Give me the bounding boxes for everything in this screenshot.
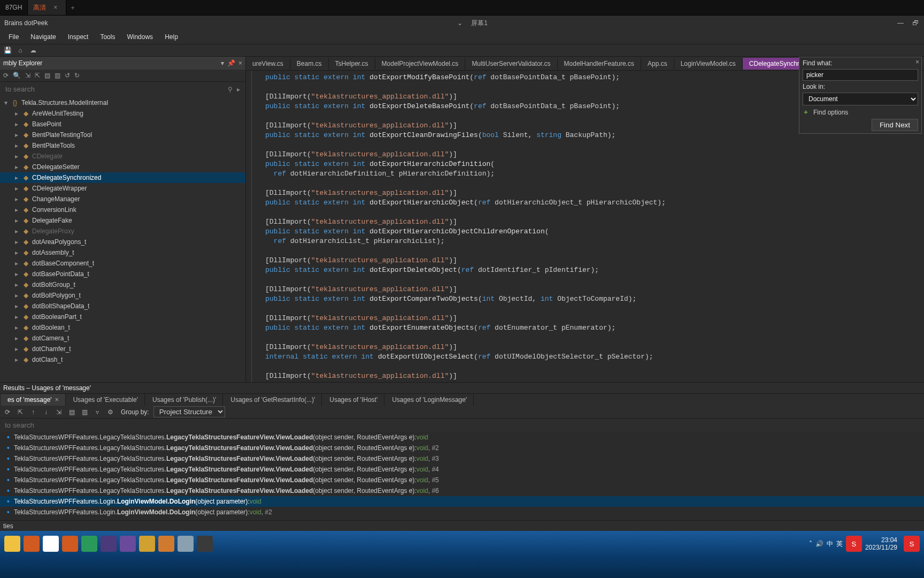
editor-tab[interactable]: TsHelper.cs: [329, 58, 375, 70]
tree-node[interactable]: ▸◆DelegateFake: [0, 215, 245, 226]
tree-node[interactable]: ▸◆DelegateProxy: [0, 226, 245, 237]
tool-icon[interactable]: ▿: [93, 408, 102, 416]
tree-node[interactable]: ▸◆dotChamfer_t: [0, 344, 245, 354]
result-row[interactable]: 🔹 TeklaStructuresWPFFeatures.Login.Login…: [0, 507, 924, 518]
menu-help[interactable]: Help: [159, 31, 183, 43]
tree-node[interactable]: ▸◆dotBoolean_t: [0, 322, 245, 333]
results-tab[interactable]: Usages of 'LoginMessage': [386, 394, 474, 406]
results-tab[interactable]: Usages of 'Publish(...)': [146, 394, 223, 406]
results-search-input[interactable]: [3, 420, 921, 431]
tree-node[interactable]: ▸◆dotBasePointData_t: [0, 269, 245, 279]
tree-node[interactable]: ▸◆dotBooleanPart_t: [0, 311, 245, 322]
close-icon[interactable]: ×: [238, 59, 242, 67]
editor-tab[interactable]: ModelProjectViewModel.cs: [375, 58, 466, 70]
container-tab-active[interactable]: 高清 ×: [28, 0, 66, 15]
taskbar-app-icon[interactable]: [139, 536, 155, 552]
menu-windows[interactable]: Windows: [121, 31, 158, 43]
tool-icon[interactable]: ⚙: [106, 408, 114, 416]
result-row[interactable]: 🔹 TeklaStructuresWPFFeatures.LegacyTekla…: [0, 475, 924, 485]
taskbar-clock[interactable]: 23:04 2023/11/29: [865, 536, 900, 551]
menu-inspect[interactable]: Inspect: [63, 31, 94, 43]
tree-node[interactable]: ▸◆CDelegateSynchronized: [0, 172, 245, 183]
restore-icon[interactable]: 🗗: [912, 19, 920, 27]
cloud-icon[interactable]: ☁: [29, 46, 37, 55]
new-tab-icon[interactable]: ＋: [66, 3, 79, 12]
group-by-select[interactable]: Project Structure: [153, 406, 225, 417]
taskbar-app-icon[interactable]: [120, 536, 136, 552]
results-tab[interactable]: Usages of 'IHost': [323, 394, 384, 406]
tool-icon[interactable]: ▤: [67, 408, 76, 416]
tool-icon[interactable]: ⇲: [25, 72, 30, 79]
taskbar-app-icon[interactable]: [24, 536, 40, 552]
menu-file[interactable]: File: [3, 31, 24, 43]
taskbar-app-icon[interactable]: [62, 536, 78, 552]
tool-icon[interactable]: ⟳: [3, 408, 12, 416]
tool-icon[interactable]: ↓: [42, 408, 50, 416]
result-row[interactable]: 🔹 TeklaStructuresWPFFeatures.LegacyTekla…: [0, 432, 924, 443]
tool-icon[interactable]: ▥: [80, 408, 89, 416]
tree-node[interactable]: ▸◆dotClash_t: [0, 354, 245, 365]
results-tab[interactable]: Usages of 'Executable': [67, 394, 145, 406]
editor-tab[interactable]: ureView.cs: [246, 58, 290, 70]
expand-icon[interactable]: ＋: [803, 108, 811, 117]
menu-navigate[interactable]: Navigate: [25, 31, 61, 43]
menu-tools[interactable]: Tools: [95, 31, 120, 43]
taskbar-app-icon[interactable]: [4, 536, 20, 552]
editor-tab[interactable]: App.cs: [641, 58, 674, 70]
explorer-tree[interactable]: ▾{}Tekla.Structures.ModelInternal▸◆AreWe…: [0, 96, 245, 382]
dropdown-icon[interactable]: ▾: [221, 59, 224, 67]
find-what-input[interactable]: [803, 69, 918, 81]
tool-icon[interactable]: ▤: [44, 72, 50, 79]
editor-tab[interactable]: Beam.cs: [290, 58, 329, 70]
tree-node[interactable]: ▸◆dotAssembly_t: [0, 247, 245, 258]
close-icon[interactable]: ×: [52, 396, 59, 404]
tree-root[interactable]: ▾{}Tekla.Structures.ModelInternal: [0, 97, 245, 108]
tree-node[interactable]: ▸◆ConversionLink: [0, 204, 245, 215]
result-row[interactable]: 🔹 TeklaStructuresWPFFeatures.Login.Login…: [0, 496, 924, 507]
result-row[interactable]: 🔹 TeklaStructuresWPFFeatures.LegacyTekla…: [0, 485, 924, 496]
minimize-icon[interactable]: —: [897, 19, 905, 27]
tree-node[interactable]: ▸◆CDelegateSetter: [0, 162, 245, 172]
close-icon[interactable]: ×: [50, 4, 60, 11]
find-next-button[interactable]: Find Next: [872, 119, 918, 131]
tree-node[interactable]: ▸◆AreWeUnitTesting: [0, 108, 245, 119]
chevron-down-icon[interactable]: ⌄: [457, 19, 463, 27]
tree-node[interactable]: ▸◆BentPlateTools: [0, 140, 245, 151]
tool-icon[interactable]: ↻: [74, 72, 80, 79]
tool-icon[interactable]: ⇱: [16, 408, 25, 416]
results-tab[interactable]: es of 'message'×: [1, 394, 66, 406]
options-icon[interactable]: ▸: [235, 86, 242, 93]
result-row[interactable]: 🔹 TeklaStructuresWPFFeatures.LegacyTekla…: [0, 443, 924, 453]
tool-icon[interactable]: ↑: [29, 408, 37, 416]
tree-node[interactable]: ▸◆dotBaseComponent_t: [0, 258, 245, 269]
results-tab[interactable]: Usages of 'GetRestartInfo(...)': [224, 394, 322, 406]
taskbar-app-icon[interactable]: [197, 536, 213, 552]
taskbar-app-icon[interactable]: [43, 536, 59, 552]
pin-icon[interactable]: 📌: [227, 59, 235, 67]
editor-tab[interactable]: LoginViewModel.cs: [674, 58, 743, 70]
tool-icon[interactable]: ⇱: [35, 72, 40, 79]
ime-indicator[interactable]: 中: [827, 539, 833, 549]
tool-icon[interactable]: ▥: [55, 72, 60, 79]
taskbar-app-icon[interactable]: [101, 536, 117, 552]
taskbar-app-icon[interactable]: [158, 536, 174, 552]
taskbar-app-icon[interactable]: [81, 536, 97, 552]
editor-tab[interactable]: MultiUserServerValidator.cs: [465, 58, 557, 70]
tray-app-icon[interactable]: S: [846, 536, 862, 552]
save-icon[interactable]: 💾: [3, 46, 12, 55]
tree-node[interactable]: ▸◆ChangeManager: [0, 194, 245, 204]
tool-icon[interactable]: ⇲: [55, 408, 63, 416]
tree-node[interactable]: ▸◆CDelegate: [0, 151, 245, 162]
close-icon[interactable]: ×: [915, 58, 919, 66]
tool-icon[interactable]: ↺: [65, 72, 70, 79]
tree-node[interactable]: ▸◆dotCamera_t: [0, 333, 245, 344]
result-row[interactable]: 🔹 TeklaStructuresWPFFeatures.LegacyTekla…: [0, 464, 924, 475]
look-in-select[interactable]: Document: [803, 93, 918, 105]
results-list[interactable]: 🔹 TeklaStructuresWPFFeatures.LegacyTekla…: [0, 432, 924, 520]
tree-node[interactable]: ▸◆dotBoltGroup_t: [0, 279, 245, 290]
result-row[interactable]: 🔹 TeklaStructuresWPFFeatures.LegacyTekla…: [0, 453, 924, 464]
taskbar-app-icon[interactable]: [178, 536, 194, 552]
tool-icon[interactable]: ⟳: [3, 72, 9, 79]
tree-node[interactable]: ▸◆CDelegateWrapper: [0, 183, 245, 194]
tree-node[interactable]: ▸◆dotBoltShapeData_t: [0, 301, 245, 311]
